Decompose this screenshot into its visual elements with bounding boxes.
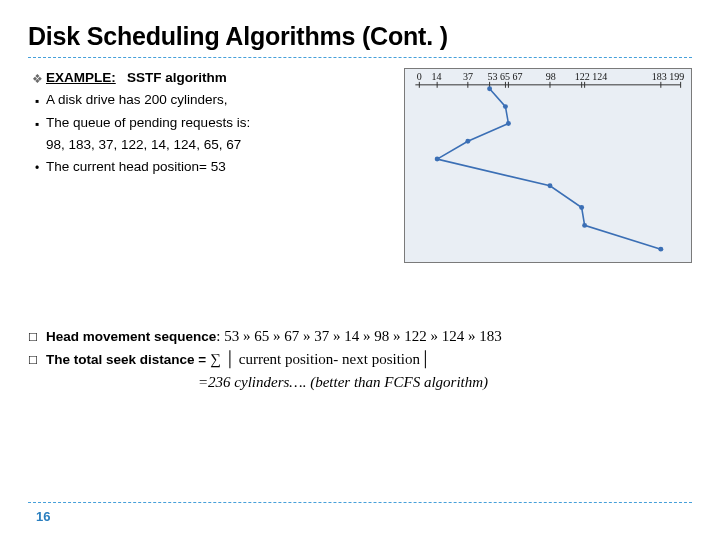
queue-values: 98, 183, 37, 122, 14, 124, 65, 67 [46, 135, 390, 155]
list-item: ❖ EXAMPLE: SSTF algorithm [28, 68, 390, 88]
list-item: ▪ A disk drive has 200 cylinders, [28, 90, 390, 110]
results-block: ☐ Head movement sequence: 53 » 65 » 67 »… [28, 328, 692, 391]
dot-bullet-icon: • [28, 157, 46, 177]
svg-point-13 [503, 104, 508, 109]
example-label: EXAMPLE: [46, 70, 116, 85]
svg-point-19 [582, 223, 587, 228]
example-heading: EXAMPLE: SSTF algorithm [46, 68, 390, 88]
diamond-bullet-icon: ❖ [28, 68, 46, 88]
title-separator [28, 57, 692, 58]
sequence-line: Head movement sequence: 53 » 65 » 67 » 3… [46, 328, 692, 345]
list-item: • The current head position= 53 [28, 157, 390, 177]
bullet-list: ❖ EXAMPLE: SSTF algorithm ▪ A disk drive… [28, 68, 390, 263]
svg-point-14 [506, 121, 511, 126]
svg-point-16 [435, 157, 440, 162]
list-item: ☐ Head movement sequence: 53 » 65 » 67 »… [28, 328, 692, 345]
page-number: 16 [36, 509, 692, 524]
distance-line: The total seek distance = ∑ │ current po… [46, 351, 692, 368]
square-bullet-icon: ▪ [28, 90, 46, 110]
chart-path [405, 69, 691, 262]
sequence-value: : 53 » 65 » 67 » 37 » 14 » 98 » 122 » 12… [216, 328, 501, 344]
slide-title: Disk Scheduling Algorithms (Cont. ) [28, 22, 692, 51]
sstf-chart: 0 14 37 53 65 67 98 122 124 183 199 [404, 68, 692, 263]
hollow-square-bullet-icon: ☐ [28, 351, 46, 367]
footer-separator [28, 502, 692, 503]
distance-formula: ∑ │ current position- next position│ [210, 351, 431, 367]
drive-spec: A disk drive has 200 cylinders, [46, 90, 390, 110]
queue-intro: The queue of pending requests is: [46, 113, 390, 133]
svg-point-15 [465, 139, 470, 144]
svg-point-12 [487, 86, 492, 91]
list-item: ☐ The total seek distance = ∑ │ current … [28, 351, 692, 368]
square-bullet-icon: ▪ [28, 113, 46, 133]
svg-point-17 [548, 183, 553, 188]
algorithm-name: SSTF algorithm [127, 70, 227, 85]
distance-label: The total seek distance = [46, 352, 210, 367]
content-row: ❖ EXAMPLE: SSTF algorithm ▪ A disk drive… [28, 68, 692, 263]
head-position: The current head position= 53 [46, 157, 390, 177]
footer: 16 [28, 502, 692, 524]
list-item: 98, 183, 37, 122, 14, 124, 65, 67 [28, 135, 390, 155]
distance-result: =236 cylinders…. (better than FCFS algor… [198, 374, 692, 391]
hollow-square-bullet-icon: ☐ [28, 328, 46, 344]
list-item: ▪ The queue of pending requests is: [28, 113, 390, 133]
sequence-label: Head movement sequence [46, 329, 216, 344]
svg-point-18 [579, 205, 584, 210]
svg-point-20 [658, 247, 663, 252]
